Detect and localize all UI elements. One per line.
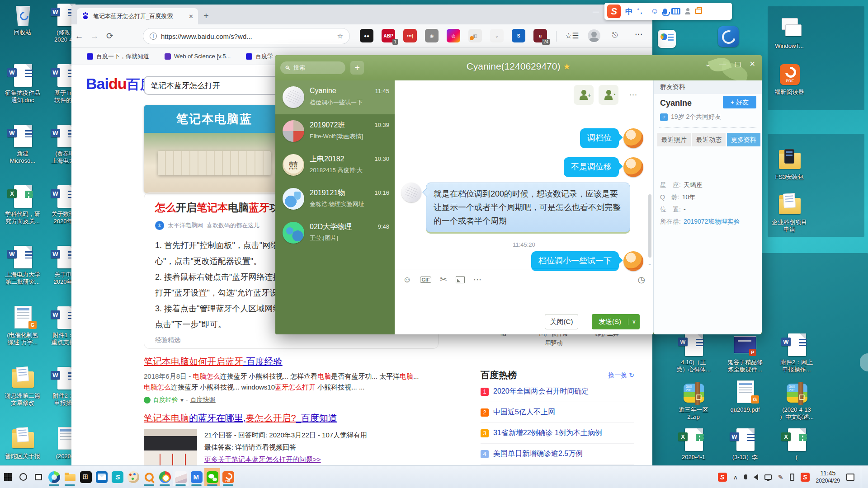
desktop-icon[interactable]: W4.10)（王 受）心得体... [672,333,715,380]
send-options-chevron-icon[interactable]: ∨ [628,319,640,325]
blue-s-icon[interactable]: S [512,29,525,42]
profile-tab[interactable]: 更多资料 [727,133,760,146]
camera-icon[interactable]: ◎ [447,29,460,42]
toolbox-icon[interactable] [695,9,702,14]
desktop-icon[interactable]: P鬼谷子精品修 炼全版课件... [723,333,767,380]
desktop-icon[interactable]: W新建 Microso... [1,124,44,184]
conversation-item[interactable]: 2019121物10:16金栋浩:物理实验网址 [275,182,395,216]
menu-dots-icon[interactable]: ⋯ [635,29,643,39]
profile-tab[interactable]: 最近照片 [657,133,691,146]
volume-icon[interactable] [754,474,758,480]
desktop-icon[interactable]: X学科代码，研 究方向及关... [1,184,44,245]
image-icon[interactable] [456,276,465,283]
browser-tab[interactable]: 笔记本蓝牙怎么打开_百度搜索 ✕ [77,8,198,24]
avatar[interactable] [623,128,643,148]
profile-tab[interactable]: 最近动态 [692,133,726,146]
desktop-icon[interactable]: W附件2：网上 申报操作... [775,333,818,380]
more-questions-link[interactable]: 更多关于笔记本蓝牙怎么打开的问题>> [204,455,321,463]
minimize-icon[interactable]: — [585,5,607,20]
hot-list-item[interactable]: 2中国近5亿人不上网 [481,402,634,423]
black-dots-icon[interactable]: ●● [360,29,373,42]
tab-close-icon[interactable]: ✕ [189,13,193,20]
conversation-item[interactable]: 2019072班10:39Elite-Wolf:[动画表情] [275,114,395,148]
address-bar[interactable]: i https://www.baidu.com/s?wd... ☆ [143,28,350,44]
bookmark-star-icon[interactable]: ☆ [337,32,343,40]
sogou-tray-icon[interactable]: S [718,473,727,482]
taskbar-sogou-browser-icon[interactable] [141,468,157,486]
taskbar-edge-icon[interactable] [46,468,62,486]
taskbar-qq-icon[interactable] [173,468,189,486]
chinese-mode-indicator[interactable]: 中 [625,6,633,17]
hot-list-item[interactable]: 331省新增22例确诊 1例为本土病例 [481,423,634,444]
browser-app-icon[interactable] [718,26,739,47]
desktop-icon[interactable]: WindowT... [768,16,811,62]
taskbar-clock[interactable]: 11:45 2020/4/29 [816,469,840,484]
meta-source[interactable]: 百度经验 [153,396,178,404]
scroll-down-icon[interactable]: ⌄ [647,260,652,267]
avatar[interactable] [623,157,643,177]
action-center-icon[interactable] [846,474,854,481]
abp-icon[interactable]: ABP1 [382,29,395,42]
result-title-link[interactable]: 笔记本电脑的蓝牙在哪里,要怎么开启?_百度知道 [144,412,367,424]
bookmark-item[interactable]: 百度学 [246,52,273,61]
avatar[interactable] [401,183,421,202]
fold-chevron-icon[interactable]: ⌄ [705,60,711,68]
reload-icon[interactable]: ⟳ [102,31,118,41]
desktop-icon[interactable]: W征集抗疫作品 通知.doc [1,63,44,124]
add-friend-button[interactable]: + 好友 [723,96,756,108]
screenshot-scissors-icon[interactable]: ✂ [440,274,447,285]
desktop-icon[interactable]: 企业科创项目 申请 [768,192,811,238]
member-profile-button[interactable] [599,85,618,105]
bookmark-item[interactable]: Web of Science [v.5... [165,53,231,60]
forward-icon[interactable]: → [87,31,102,41]
show-desktop-button[interactable] [861,466,863,488]
search-input[interactable]: 🔍︎ 搜索 [280,61,345,74]
new-tab-button[interactable]: + [203,11,209,21]
add-member-button[interactable] [574,85,594,105]
emoji-icon[interactable]: ☺ [651,7,659,16]
pocket-icon[interactable]: ⌄ [490,29,504,42]
cortana-search-icon[interactable] [15,468,31,486]
conversation-item[interactable]: 上电2018210:3020182415 高俊博:大 [275,148,395,182]
taskbar-store-icon[interactable] [78,468,94,486]
site-info-icon[interactable]: i [150,33,157,40]
caret-down-icon[interactable]: ▾ [180,396,184,404]
taskbar-foxit-icon[interactable] [220,468,236,486]
avatar[interactable] [623,251,643,271]
desktop-icon[interactable]: 360ZIP近三年一区 2.zip [672,380,715,427]
more-tools-icon[interactable]: ⋯ [473,274,482,285]
taskbar-m-app-icon[interactable] [189,468,204,486]
taskbar-mail-icon[interactable] [94,468,109,486]
taskbar-explorer-icon[interactable] [62,468,78,486]
hot-refresh-button[interactable]: 换一换 ↻ [608,371,634,380]
share-icon[interactable]: ⎋ [612,31,618,39]
hidden-icons-chevron[interactable]: ∧ [733,474,738,481]
desktop-icon[interactable]: 回收站 [1,3,44,63]
favorites-icon[interactable]: ☆☰ [565,31,579,41]
taskbar-paint-icon[interactable] [125,468,141,486]
desktop-icon[interactable]: G(电催化制氢 综述 万字... [1,305,44,366]
start-button[interactable] [0,468,15,486]
desktop-icon[interactable]: 福昕阅读器 [768,62,811,108]
gif-icon[interactable]: GIF [420,277,431,283]
account-icon[interactable] [685,12,690,14]
bookmark-item[interactable]: 百度一下，你就知道 [87,52,149,61]
pen-icon[interactable]: ✎ [778,474,783,481]
desktop-icon[interactable]: FS3安装包 [768,147,811,192]
minimize-icon[interactable]: — [719,60,726,68]
emoji-icon[interactable]: ☺ [403,275,411,285]
taskbar-wechat-icon[interactable] [204,468,220,486]
desktop-icon[interactable]: W上海电力大学 第二批研究... [1,245,44,305]
profile-avatar[interactable] [588,29,600,42]
punctuation-indicator[interactable]: ﾟ， [637,8,646,15]
group-link[interactable]: 2019072班物理实验 [684,218,740,225]
desktop-icon[interactable]: Gqu2019.pdf [723,380,767,427]
film-reel-icon[interactable]: ◉ [425,29,439,42]
conversation-item[interactable]: 02D大学物理9:48王莹:[图片] [275,216,395,250]
more-options-icon[interactable]: ⋯ [623,85,643,105]
taskbar-flash-icon[interactable] [109,468,125,486]
history-clock-icon[interactable]: ◷ [637,274,645,285]
maximize-icon[interactable]: ▢ [734,60,741,68]
chat-scrollbar[interactable] [648,194,651,258]
microphone-tray-icon[interactable] [744,474,747,479]
